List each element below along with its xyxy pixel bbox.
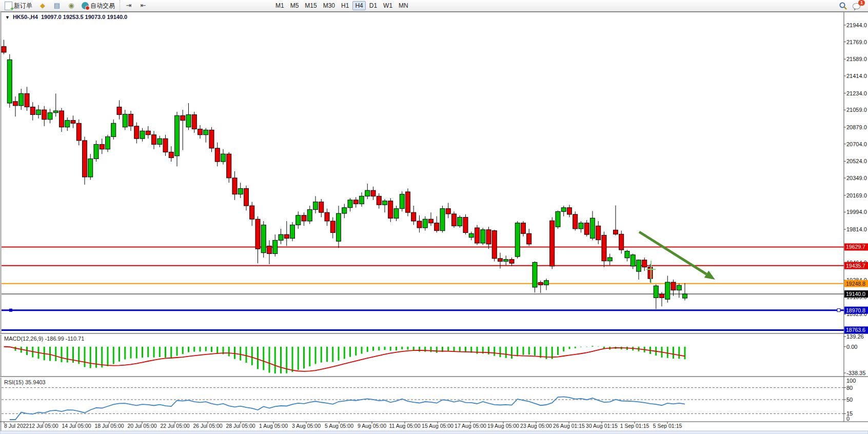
candle (590, 211, 595, 240)
candle-body (157, 139, 162, 144)
candle (435, 216, 439, 233)
candle-body (614, 230, 618, 234)
candle (319, 199, 324, 218)
candle (665, 276, 670, 303)
timeframe-m15-button[interactable]: M15 (302, 1, 319, 10)
candle-body (330, 221, 335, 232)
candle (475, 225, 480, 245)
chart-shift-button[interactable]: ⇤ (136, 1, 150, 10)
candle-body (261, 225, 266, 252)
candle (42, 106, 47, 126)
timeframe-h4-button[interactable]: H4 (352, 1, 365, 10)
auto-scroll-button[interactable]: ⇥ (122, 1, 135, 10)
candle (261, 221, 266, 258)
timeframe-mn-button[interactable]: MN (396, 1, 411, 10)
candle (284, 221, 289, 246)
candle (181, 110, 185, 150)
candle-body (279, 234, 283, 240)
hline-18763.6[interactable]: 18763.6 (2, 326, 868, 333)
candle (337, 206, 341, 248)
candle-body (469, 233, 474, 237)
auto-scroll-icon: ⇥ (125, 2, 133, 9)
hline-18970.8[interactable]: 18970.8 (2, 307, 868, 314)
candle-body (342, 208, 347, 213)
candle (186, 103, 191, 130)
candle (365, 184, 370, 199)
price-tick-label: 20349.0 (846, 175, 867, 181)
candle-body (209, 130, 214, 148)
market-watch-button[interactable]: ◆ (36, 1, 49, 10)
data-window-button[interactable]: ▤ (50, 1, 64, 10)
candle-body (163, 139, 168, 152)
hline-19248.8[interactable]: 19248.8 (2, 280, 868, 287)
candle-body (394, 209, 399, 219)
hline-handle[interactable] (837, 309, 840, 312)
candle (556, 210, 560, 229)
candle-body (169, 152, 173, 157)
timeframe-m30-button[interactable]: M30 (321, 1, 338, 10)
timeframe-h1-button[interactable]: H1 (339, 1, 351, 10)
pane-separator[interactable] (0, 376, 868, 377)
date-label: 1 Aug 05:00 (259, 423, 288, 429)
candle-body (607, 258, 612, 261)
date-label: 26 Jul 05:00 (193, 423, 222, 429)
search-icon[interactable] (839, 2, 847, 10)
candle (614, 205, 618, 235)
hline-handle[interactable] (9, 309, 12, 312)
hline-19140.0[interactable]: 19140.0 (2, 290, 868, 298)
candle-body (215, 148, 220, 162)
candle (353, 197, 358, 208)
candle-body (134, 126, 139, 139)
hline-19435.7[interactable]: 19435.7 (2, 262, 868, 269)
candle (498, 253, 503, 269)
candle (221, 149, 226, 165)
candle (146, 126, 150, 139)
timeframe-d1-button[interactable]: D1 (367, 1, 380, 10)
candle-body (365, 190, 370, 196)
candle-body (106, 136, 110, 149)
candle-body (550, 221, 555, 266)
candle-body (371, 190, 376, 196)
candle (255, 216, 260, 264)
candle (521, 221, 526, 236)
candle-body (515, 223, 520, 257)
timeframe-w1-button[interactable]: W1 (381, 1, 395, 10)
pane-separator-highlight (0, 334, 868, 334)
candle (302, 212, 306, 226)
hline-19629.7[interactable]: 19629.7 (2, 243, 868, 250)
candle (100, 139, 104, 154)
navigator-button[interactable]: ◉ (65, 1, 78, 10)
candle-body (186, 114, 191, 127)
new-order-button[interactable]: 新订单 (2, 1, 35, 11)
pane-separator[interactable] (0, 333, 868, 334)
candle (192, 112, 196, 133)
candle-body (527, 233, 531, 244)
candle (660, 292, 664, 306)
candle (371, 187, 376, 200)
candle-body (504, 260, 508, 262)
candle-body (544, 281, 549, 285)
candle-body (683, 294, 687, 298)
candle (360, 192, 364, 207)
notifications-button[interactable]: 1 (853, 2, 863, 10)
candle-body (227, 154, 231, 178)
chart-canvas[interactable]: 21944.021769.021589.021414.021234.021059… (0, 11, 868, 434)
candle-body (521, 223, 526, 234)
candle-body (602, 235, 606, 261)
candle-body (435, 223, 439, 231)
timeframe-m1-button[interactable]: M1 (273, 1, 287, 10)
candle (71, 115, 75, 128)
candle (111, 120, 116, 140)
candle (429, 212, 433, 226)
candle-body (296, 215, 301, 225)
autotrading-button[interactable]: 自动交易 (79, 1, 117, 11)
timeframe-m5-button[interactable]: M5 (288, 1, 302, 10)
candle-body (152, 135, 156, 145)
candle (163, 135, 168, 156)
price-tick-label: 21589.0 (846, 56, 867, 62)
window-bottom-strip (0, 431, 868, 434)
price-tick-label: 20879.0 (846, 124, 867, 130)
mt4-application: 新订单 ◆ ▤ ◉ 自动交易 ▥⌶∿⊕⊖▦⇥⇤＋▾⊙▾▨▾↖＋|—╱∥E≡FAT… (0, 0, 868, 434)
candle (573, 211, 578, 230)
candle-body (302, 215, 306, 221)
